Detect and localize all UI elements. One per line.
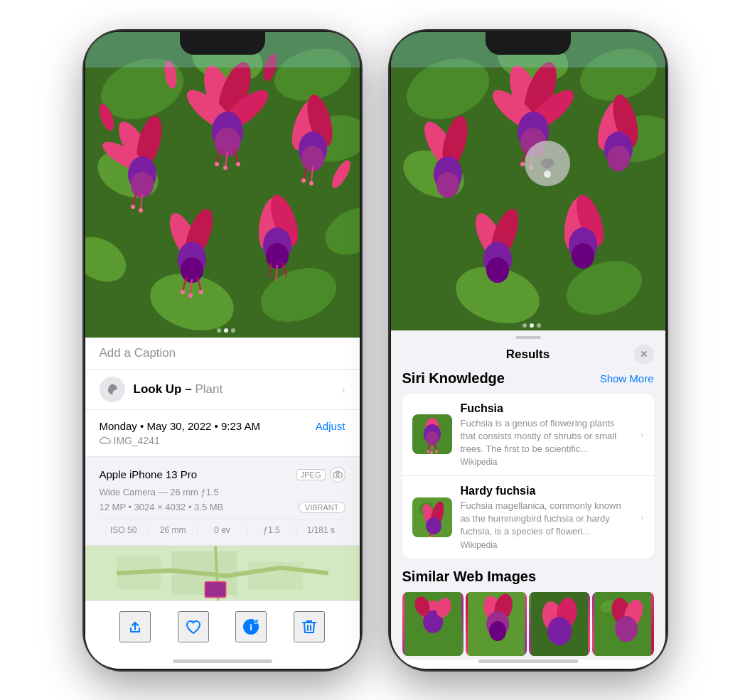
svg-point-21 xyxy=(236,162,240,166)
hardy-thumbnail xyxy=(412,497,452,537)
sim3-svg xyxy=(529,592,590,656)
results-header: Results ✕ xyxy=(391,339,665,370)
exif-ev: 0 ev xyxy=(198,525,247,535)
home-indicator xyxy=(173,659,272,663)
location-row: IMG_4241 xyxy=(100,435,345,446)
svg-point-20 xyxy=(223,166,227,170)
info-icon: i xyxy=(242,618,260,636)
camera-model: Apple iPhone 13 Pro xyxy=(100,468,198,480)
photo-info-section: Monday • May 30, 2022 • 9:23 AM Adjust I… xyxy=(85,410,360,457)
share-button[interactable] xyxy=(119,611,151,642)
resolution-row: 12 MP • 3024 × 4032 • 3.5 MB VIBRANT xyxy=(100,502,345,513)
exif-aperture: ƒ1.5 xyxy=(247,525,296,535)
hardy-desc: Fuchsia magellanica, commonly known as t… xyxy=(461,500,630,539)
svg-point-159 xyxy=(615,616,638,642)
svg-point-129 xyxy=(430,451,433,454)
svg-point-114 xyxy=(572,243,594,269)
svg-point-63 xyxy=(231,328,235,333)
date-text: Monday • May 30, 2022 • 9:23 AM xyxy=(100,420,260,432)
svg-point-153 xyxy=(547,617,572,645)
svg-point-130 xyxy=(435,450,438,453)
fuchsia-info: Fuchsia Fuchsia is a genus of flowering … xyxy=(461,402,630,468)
list-item[interactable]: Hardy fuchsia Fuchsia magellanica, commo… xyxy=(402,476,654,559)
show-more-button[interactable]: Show More xyxy=(600,372,654,384)
svg-point-29 xyxy=(131,205,135,209)
toolbar: i xyxy=(85,601,360,659)
right-phone: Results ✕ Siri Knowledge Show More xyxy=(390,31,667,670)
exif-shutter: 1/181 s xyxy=(296,525,345,535)
notch-right xyxy=(486,31,571,55)
jpeg-badge: JPEG xyxy=(296,469,326,480)
delete-button[interactable] xyxy=(294,611,325,642)
heart-icon xyxy=(185,619,202,635)
share-icon xyxy=(127,618,144,635)
lookup-row[interactable]: Look Up – Plant › xyxy=(85,370,360,410)
svg-point-26 xyxy=(131,172,154,198)
svg-point-110 xyxy=(486,257,509,283)
svg-rect-71 xyxy=(205,582,225,596)
adjust-button[interactable]: Adjust xyxy=(316,420,345,432)
hardy-chevron: › xyxy=(641,512,643,522)
right-flower-photo xyxy=(391,32,665,330)
list-item[interactable]: Fuchsia Fuchsia is a genus of flowering … xyxy=(402,394,654,477)
results-panel: Results ✕ Siri Knowledge Show More xyxy=(391,330,665,659)
svg-point-118 xyxy=(523,323,527,328)
svg-point-62 xyxy=(224,328,228,333)
lookup-label: Look Up – Plant xyxy=(134,382,223,397)
map-section[interactable] xyxy=(85,546,360,601)
info-button[interactable]: i xyxy=(235,611,267,642)
right-screen: Results ✕ Siri Knowledge Show More xyxy=(391,32,665,669)
svg-point-96 xyxy=(520,162,525,166)
sim4-svg xyxy=(592,592,653,656)
close-button[interactable]: ✕ xyxy=(634,345,654,365)
svg-point-52 xyxy=(266,243,289,269)
fuchsia-name: Fuchsia xyxy=(461,402,630,415)
caption-area[interactable]: Add a Caption xyxy=(85,338,360,370)
svg-point-48 xyxy=(199,290,203,294)
map-svg xyxy=(85,546,360,601)
lookup-icon xyxy=(100,377,125,402)
favorite-button[interactable] xyxy=(178,611,209,642)
similar-title: Similar Web Images xyxy=(402,569,654,585)
left-phone: Add a Caption Look Up – Plant › Monday •… xyxy=(84,31,361,670)
camera-details: Wide Camera — 26 mm ƒ1.5 xyxy=(100,487,345,497)
flower-photo xyxy=(85,32,360,338)
similar-image-3[interactable] xyxy=(529,592,590,656)
lookup-chevron: › xyxy=(342,384,345,395)
svg-point-65 xyxy=(336,474,339,477)
results-title: Results xyxy=(506,348,550,362)
caption-placeholder: Add a Caption xyxy=(100,346,176,360)
svg-point-47 xyxy=(188,294,193,298)
svg-point-37 xyxy=(301,178,306,183)
knowledge-card: Fuchsia Fuchsia is a genus of flowering … xyxy=(402,394,654,559)
svg-text:i: i xyxy=(250,622,252,632)
siri-knowledge-header: Siri Knowledge Show More xyxy=(402,370,654,387)
camera-icon xyxy=(333,470,343,478)
vibrant-badge: VIBRANT xyxy=(299,502,345,513)
svg-point-102 xyxy=(436,172,459,198)
sim2-svg xyxy=(466,592,527,656)
svg-point-136 xyxy=(426,517,441,534)
right-photo-display[interactable] xyxy=(391,32,665,330)
similar-image-2[interactable] xyxy=(466,592,527,656)
cloud-icon xyxy=(100,436,111,445)
home-indicator-right xyxy=(478,659,578,663)
svg-point-128 xyxy=(427,450,429,453)
svg-point-76 xyxy=(257,619,259,621)
leaf-svg xyxy=(105,382,119,397)
svg-point-38 xyxy=(309,181,314,185)
exif-row: ISO 50 26 mm 0 ev ƒ1.5 1/181 s xyxy=(100,519,345,535)
fuchsia-source: Wikipedia xyxy=(461,457,630,467)
similar-image-4[interactable] xyxy=(592,592,653,656)
svg-point-106 xyxy=(607,146,630,171)
trash-icon xyxy=(301,618,317,635)
fuchsia-thumb-svg xyxy=(412,414,452,454)
photo-display[interactable] xyxy=(85,32,360,338)
svg-point-120 xyxy=(537,323,541,328)
svg-point-30 xyxy=(139,208,143,212)
siri-knowledge-title: Siri Knowledge xyxy=(402,370,505,387)
similar-image-1[interactable] xyxy=(402,592,464,656)
svg-point-19 xyxy=(215,162,219,166)
camera-section: Apple iPhone 13 Pro JPEG Wide Camera — 2… xyxy=(85,457,360,546)
left-screen: Add a Caption Look Up – Plant › Monday •… xyxy=(85,32,360,669)
